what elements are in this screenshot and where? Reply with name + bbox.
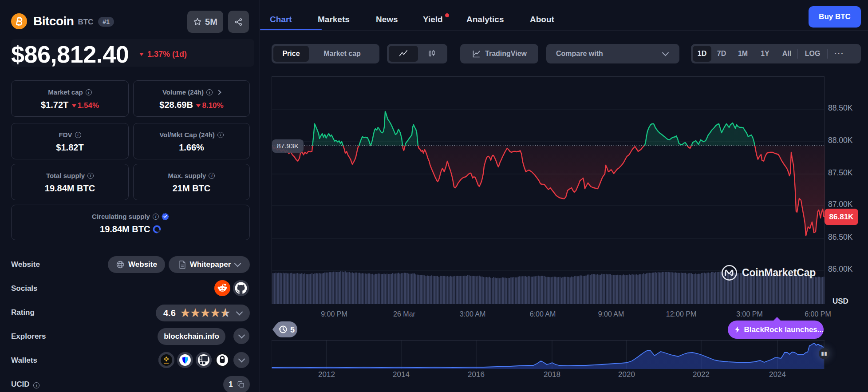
svg-text:BINANCE: BINANCE	[164, 363, 169, 364]
svg-text:5: 5	[290, 325, 295, 334]
